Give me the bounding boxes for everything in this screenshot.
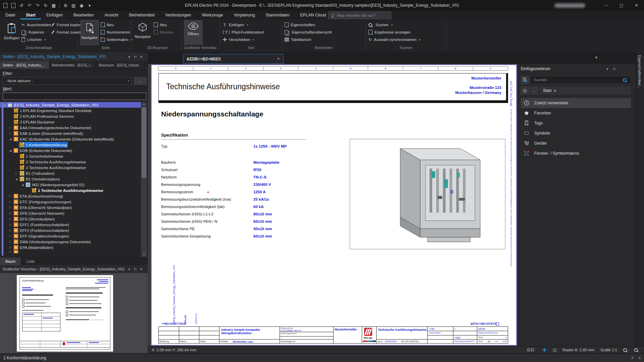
snap-icons[interactable]: ΩΩ: — [527, 348, 536, 352]
menu-item-stammdaten[interactable]: Stammdaten — [260, 11, 295, 19]
tree-item[interactable]: 2 EPLAN Professional Services — [0, 113, 141, 119]
expander-icon[interactable]: ▷ — [8, 206, 13, 209]
menu-item-datei[interactable]: Datei — [0, 11, 20, 19]
user-account-blurred[interactable] — [554, 3, 585, 8]
layout-space-navigator-button[interactable]: Navigator — [134, 20, 152, 45]
insert-item-favorites[interactable]: Favoriten — [521, 108, 631, 118]
panel-close-icon[interactable]: ✕ — [138, 267, 144, 271]
undo-icon[interactable]: ↶ — [26, 2, 33, 9]
redo-icon[interactable]: ↷ — [34, 2, 41, 9]
format-copy-button[interactable]: Format kopieren — [51, 21, 85, 28]
expander-icon[interactable]: ▷ — [8, 250, 13, 253]
tree-item[interactable]: ▷&EFF1 (Funktionsschaltpläne) — [0, 222, 141, 227]
zoom-out-icon[interactable] — [623, 348, 627, 352]
expander-icon[interactable]: ◢ — [8, 149, 13, 152]
preview-thumbnail[interactable]: Konformitätserklärung — [17, 275, 113, 352]
panel-close-icon[interactable]: ✕ — [138, 55, 144, 59]
menu-item-vorplanung[interactable]: Vorplanung — [228, 11, 260, 19]
insert-center-search[interactable] — [530, 76, 631, 84]
tree-item[interactable]: ◢N02 (Niederspannungsfeld 02) — [0, 182, 141, 188]
tree-item[interactable]: 1 Technische Ausführungshinweise — [0, 188, 141, 193]
drawing-canvas[interactable]: 0123456789 Technische Ausführungshinweis… — [148, 64, 518, 346]
search-results-button[interactable] — [521, 76, 529, 84]
insert-item-recent[interactable]: Zuletzt verwendete — [521, 98, 631, 108]
sync-selection-button[interactable]: ↻Auswahl synchronisieren▾ — [368, 36, 420, 43]
tree-item[interactable]: 1 EPLAN Engineering Standard Deckblatt — [0, 108, 141, 113]
status-grid-icon[interactable]: # — [631, 356, 634, 360]
menu-item-eplan-cloud[interactable]: EPLAN Cloud — [295, 11, 332, 19]
cut-button[interactable]: ✂Ausschneiden — [21, 21, 51, 28]
menu-item-ansicht[interactable]: Ansicht — [99, 11, 124, 19]
tree-item[interactable]: ▷&EAA (Verwaltungstechnische Dokumente) — [0, 125, 141, 131]
tree-item[interactable]: 1 Konformitätserklärung — [0, 142, 141, 148]
expander-icon[interactable]: ▷ — [8, 126, 13, 129]
insert-item-macros[interactable]: Fenster- / Symbolmakros — [521, 148, 631, 158]
zoom-in-icon[interactable] — [634, 348, 638, 352]
tree-item[interactable]: ◢&EAC (Erläuternde Dokumente (Dokumente … — [0, 136, 141, 142]
tree-item[interactable]: ▷&ETC (Fertigungszeichnungen) — [0, 199, 141, 205]
expander-icon[interactable]: ▷ — [8, 212, 13, 215]
properties-overview-strip[interactable]: Eigenschaftenüber... — [636, 52, 644, 346]
properties-overview-tab[interactable]: Eigenschaftenüber... — [638, 55, 642, 89]
maximize-button[interactable]: ▢ — [614, 0, 629, 11]
preview-open-button[interactable]: Öffnen — [184, 20, 203, 45]
tree-item[interactable]: ▷&EFS (Stromlaufplan) — [0, 216, 141, 222]
wert-input[interactable] — [3, 93, 146, 100]
filter-select[interactable]: - Nicht aktiviert -▾ — [3, 77, 132, 85]
delete-button[interactable]: Löschen▾ — [21, 36, 46, 43]
tree-item[interactable]: ◢&EDB (Erläuternde Dokumente) — [0, 148, 141, 153]
close-button[interactable]: ✕ — [629, 0, 644, 11]
breadcrumb-start[interactable]: Start — [543, 88, 551, 93]
caret-down-icon[interactable]: ▾ — [86, 2, 93, 9]
tree-item[interactable]: 3 EPLAN Disclaimer — [0, 119, 141, 125]
tell-me-search[interactable] — [328, 11, 391, 19]
page-macro-button[interactable]: Seitenmakro▾ — [101, 36, 133, 43]
expander-icon[interactable]: ▷ — [14, 172, 19, 175]
expander-icon[interactable]: ◢ — [8, 138, 13, 141]
scroll-thumb[interactable] — [142, 107, 146, 178]
path-function-text-button[interactable]: TPfad-Funktionstext — [223, 29, 264, 36]
tree-item[interactable]: ▷&EFP (Signalbeschreibungen) — [0, 233, 141, 239]
expander-icon[interactable]: ◢ — [14, 177, 19, 180]
space-new-button[interactable]: +Neu — [154, 21, 167, 28]
scroll-up-icon[interactable]: ▲ — [141, 102, 147, 107]
page-new-button[interactable]: +Neu — [101, 21, 114, 28]
menu-item-bearbeiten[interactable]: Bearbeiten — [68, 11, 99, 19]
user-settings-icon[interactable]: ◉ — [78, 2, 85, 9]
insert-item-symbols[interactable]: Symbole — [521, 128, 631, 138]
tab-liste[interactable]: Liste — [21, 257, 40, 265]
tab-seiten[interactable]: Seiten - [EES]_Industry_... — [0, 61, 49, 69]
expander-icon[interactable]: ▷ — [8, 217, 13, 220]
menu-item-start[interactable]: Start — [20, 11, 41, 19]
expander-icon[interactable]: ▷ — [8, 235, 13, 238]
expander-icon[interactable]: ▷ — [8, 229, 13, 232]
tree-item[interactable]: ▷&EMA (Verbindungsbezogene Dokumente) — [0, 239, 141, 245]
page-new-icon[interactable] — [2, 2, 9, 9]
status-list-icon[interactable]: ≡ — [638, 356, 641, 360]
tree-item[interactable]: ▷B1 (Trafostation) — [0, 170, 141, 176]
panel-dropdown-icon[interactable]: ▾ — [606, 67, 608, 71]
tab-bauraum[interactable]: Bauraum - [EES]_Indust... — [96, 61, 145, 69]
page-open-icon[interactable] — [10, 2, 17, 9]
tab-list-dropdown-icon[interactable]: ▼ — [595, 56, 598, 59]
tell-me-input[interactable] — [336, 13, 378, 18]
insert-center-search-input[interactable] — [533, 77, 615, 82]
properties-button[interactable]: ✓Eigenschaften — [285, 21, 315, 28]
tree-item[interactable]: 2 Technische Ausführungshinweise — [0, 159, 141, 165]
master-data-icon[interactable]: ▥ — [70, 2, 77, 9]
panel-pin-icon[interactable]: ⊓ — [132, 267, 138, 271]
document-tab[interactable]: &EDB==B2+N02/1 ✕ — [183, 54, 284, 64]
menu-item-werkzeuge[interactable]: Werkzeuge — [196, 11, 228, 19]
settings-wrench-icon[interactable]: ⚙ — [62, 2, 69, 9]
expander-icon[interactable]: ▷ — [8, 195, 13, 198]
undo-circle-icon[interactable]: ↺ — [18, 2, 25, 9]
breadcrumb[interactable]: Start ▶ — [540, 87, 631, 95]
expander-icon[interactable]: ◢ — [20, 183, 25, 186]
paste-button[interactable]: Einfügen — [3, 20, 21, 45]
home-button[interactable] — [521, 87, 529, 95]
move-button[interactable]: Verschieben▾ — [223, 36, 254, 43]
properties-overview-button[interactable]: Eigenschaftenübersicht — [285, 29, 332, 36]
panel-dropdown-icon[interactable]: ▾ — [126, 55, 132, 59]
placeholder-delete-icon[interactable]: ▦ — [50, 2, 57, 9]
redo-circle-icon[interactable]: ↻ — [42, 2, 49, 9]
